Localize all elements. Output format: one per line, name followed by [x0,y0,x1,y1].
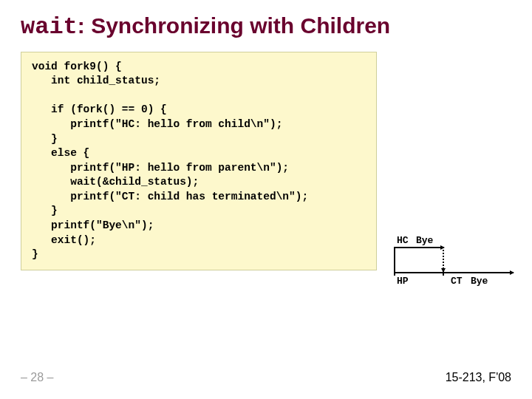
diagram-label-hc: HC [397,235,409,246]
title-code-word: wait [21,13,78,41]
diagram-tick-1 [394,268,395,276]
diagram-label-bye-bot: Bye [471,276,488,287]
title-rest: : Synchronizing with Children [78,13,390,38]
diagram-parent-line [394,272,514,273]
diagram-label-ct: CT [451,276,463,287]
slide-number: – 28 – [21,371,53,384]
diagram-tick-2 [443,268,444,276]
process-diagram: HC Bye HP CT Bye [388,229,521,288]
slide-title: wait: Synchronizing with Children [21,13,511,41]
course-label: 15-213, F'08 [446,371,511,384]
diagram-child-line [394,247,444,248]
slide-container: wait: Synchronizing with Children void f… [0,0,532,399]
code-block: void fork9() { int child_status; if (for… [21,52,377,270]
diagram-label-hp: HP [397,276,409,287]
diagram-label-bye-top: Bye [416,235,433,246]
